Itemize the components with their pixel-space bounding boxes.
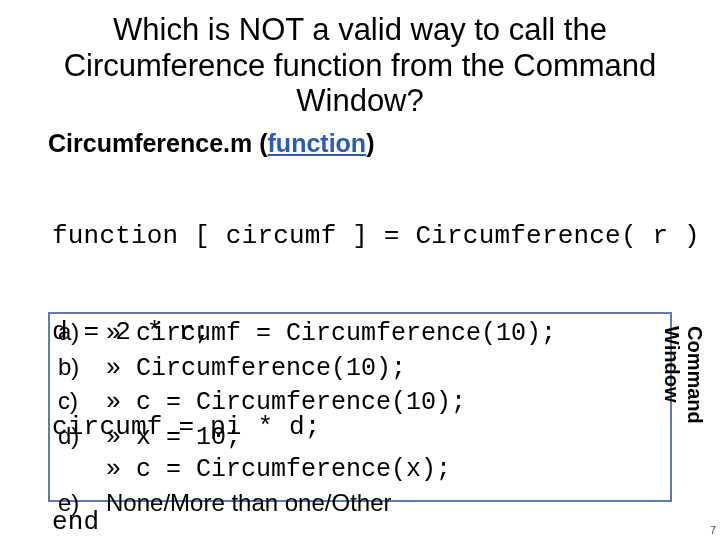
- answer-e-text: None/More than one/Other: [106, 487, 392, 518]
- code-line-1: function [ circumf ] = Circumference( r …: [52, 221, 720, 253]
- command-window-label: Command Window: [682, 326, 706, 502]
- answer-a: a) » circumf = Circumference(10);: [58, 316, 664, 351]
- answer-d-line2: » c = Circumference(x);: [58, 454, 664, 487]
- page-number: 7: [710, 524, 716, 536]
- answer-b: b) » Circumference(10);: [58, 351, 664, 386]
- filename-heading: Circumference.m (function): [0, 129, 720, 158]
- answer-a-code: » circumf = Circumference(10);: [106, 318, 556, 351]
- answer-c: c) » c = Circumference(10);: [58, 385, 664, 420]
- answer-d: d) » x = 10;: [58, 420, 664, 455]
- answer-d-code1: » x = 10;: [106, 422, 241, 455]
- answer-b-code: » Circumference(10);: [106, 353, 406, 386]
- answer-d-label: d): [58, 420, 106, 451]
- function-link: function: [268, 129, 367, 157]
- answer-c-code: » c = Circumference(10);: [106, 387, 466, 420]
- answer-a-label: a): [58, 316, 106, 347]
- filename-prefix: Circumference.m (: [48, 129, 268, 157]
- answer-e-label: e): [58, 487, 106, 518]
- answer-b-label: b): [58, 351, 106, 382]
- slide: Which is NOT a valid way to call the Cir…: [0, 0, 720, 540]
- answer-c-label: c): [58, 385, 106, 416]
- filename-suffix: ): [366, 129, 374, 157]
- answer-d-code2: » c = Circumference(x);: [106, 454, 451, 487]
- answer-e: e) None/More than one/Other: [58, 487, 664, 518]
- answers-box: a) » circumf = Circumference(10); b) » C…: [48, 312, 672, 502]
- slide-title: Which is NOT a valid way to call the Cir…: [0, 0, 720, 127]
